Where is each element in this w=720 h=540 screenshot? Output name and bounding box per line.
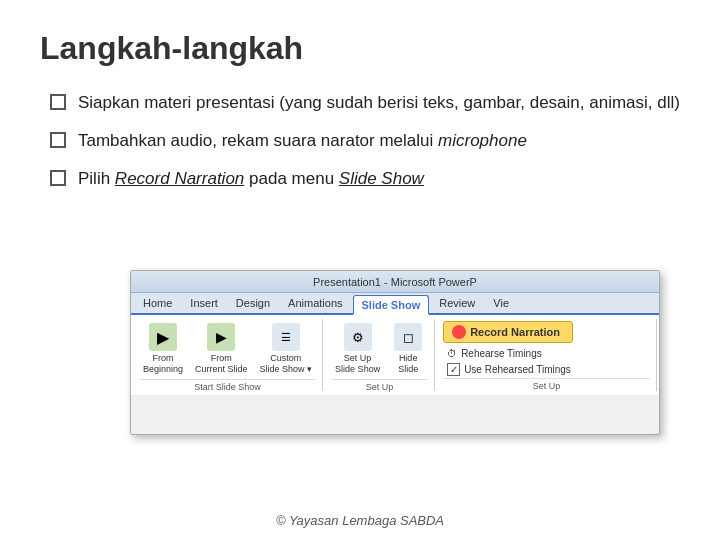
check-mark-icon: ✓ — [447, 363, 460, 376]
use-rehearsed-timings-checkbox[interactable]: ✓ Use Rehearsed Timings — [443, 361, 575, 378]
group-record: Record Narration ⏱ Rehearse Timings ✓ Us… — [437, 319, 657, 391]
from-current-icon: ▶ — [207, 323, 235, 351]
start-slideshow-group-label: Start Slide Show — [139, 379, 316, 392]
from-beginning-icon: ▶ — [149, 323, 177, 351]
record-group-label: Set Up — [443, 378, 650, 391]
footer-text: © Yayasan Lembaga SABDA — [276, 513, 444, 528]
custom-slideshow-label: CustomSlide Show ▾ — [260, 353, 313, 375]
from-beginning-button[interactable]: ▶ FromBeginning — [139, 321, 187, 377]
slide-title: Langkah-langkah — [40, 30, 680, 67]
hide-slide-button[interactable]: ◻ HideSlide — [388, 321, 428, 377]
bullet-item-1: Siapkan materi presentasi (yang sudah be… — [50, 91, 680, 115]
from-current-slide-button[interactable]: ▶ FromCurrent Slide — [191, 321, 252, 377]
set-up-icon: ⚙ — [344, 323, 372, 351]
bullet-checkbox-1 — [50, 94, 66, 110]
ribbon-title-text: Presentation1 - Microsoft PowerP — [139, 276, 651, 288]
bullet-text-1: Siapkan materi presentasi (yang sudah be… — [78, 91, 680, 115]
from-beginning-label: FromBeginning — [143, 353, 183, 375]
tab-insert[interactable]: Insert — [182, 293, 226, 313]
bullet-checkbox-2 — [50, 132, 66, 148]
tab-design[interactable]: Design — [228, 293, 278, 313]
group-setup: ⚙ Set UpSlide Show ◻ HideSlide Set Up — [325, 319, 435, 391]
italic-microphone: microphone — [438, 131, 527, 150]
group-start-slideshow: ▶ FromBeginning ▶ FromCurrent Slide ☰ Cu… — [133, 319, 323, 391]
tab-view[interactable]: Vie — [485, 293, 517, 313]
custom-slideshow-icon: ☰ — [272, 323, 300, 351]
ribbon-tabs: Home Insert Design Animations Slide Show… — [131, 293, 659, 315]
hide-slide-icon: ◻ — [394, 323, 422, 351]
record-narration-button[interactable]: Record Narration — [443, 321, 573, 343]
bullet-text-3: Pilih Record Narration pada menu Slide S… — [78, 167, 680, 191]
tab-animations[interactable]: Animations — [280, 293, 350, 313]
set-up-slideshow-button[interactable]: ⚙ Set UpSlide Show — [331, 321, 384, 377]
custom-slideshow-button[interactable]: ☰ CustomSlide Show ▾ — [256, 321, 317, 377]
rehearse-label: Rehearse Timings — [461, 348, 542, 359]
hide-slide-label: HideSlide — [398, 353, 418, 375]
slide-container: Langkah-langkah Siapkan materi presentas… — [0, 0, 720, 540]
ribbon-body: ▶ FromBeginning ▶ FromCurrent Slide ☰ Cu… — [131, 315, 659, 395]
rehearse-timings-button[interactable]: ⏱ Rehearse Timings — [443, 346, 546, 361]
use-rehearsed-label: Use Rehearsed Timings — [464, 364, 571, 375]
from-current-label: FromCurrent Slide — [195, 353, 248, 375]
slide-show-link: Slide Show — [339, 169, 424, 188]
tab-review[interactable]: Review — [431, 293, 483, 313]
rehearse-icon: ⏱ — [447, 348, 457, 359]
ribbon-mockup: Presentation1 - Microsoft PowerP Home In… — [130, 270, 660, 435]
start-slideshow-btns: ▶ FromBeginning ▶ FromCurrent Slide ☰ Cu… — [139, 321, 316, 377]
tab-home[interactable]: Home — [135, 293, 180, 313]
bullet-checkbox-3 — [50, 170, 66, 186]
record-narration-label: Record Narration — [470, 326, 560, 338]
set-up-label: Set UpSlide Show — [335, 353, 380, 375]
content-area: Siapkan materi presentasi (yang sudah be… — [50, 91, 680, 190]
bullet-item-3: Pilih Record Narration pada menu Slide S… — [50, 167, 680, 191]
bullet-item-2: Tambahkan audio, rekam suara narator mel… — [50, 129, 680, 153]
footer: © Yayasan Lembaga SABDA — [0, 513, 720, 528]
bullet-text-2: Tambahkan audio, rekam suara narator mel… — [78, 129, 680, 153]
ribbon-title-bar: Presentation1 - Microsoft PowerP — [131, 271, 659, 293]
setup-btns: ⚙ Set UpSlide Show ◻ HideSlide — [331, 321, 428, 377]
setup-group-label: Set Up — [331, 379, 428, 392]
tab-slideshow[interactable]: Slide Show — [353, 295, 430, 315]
record-narration-link: Record Narration — [115, 169, 244, 188]
record-icon — [452, 325, 466, 339]
